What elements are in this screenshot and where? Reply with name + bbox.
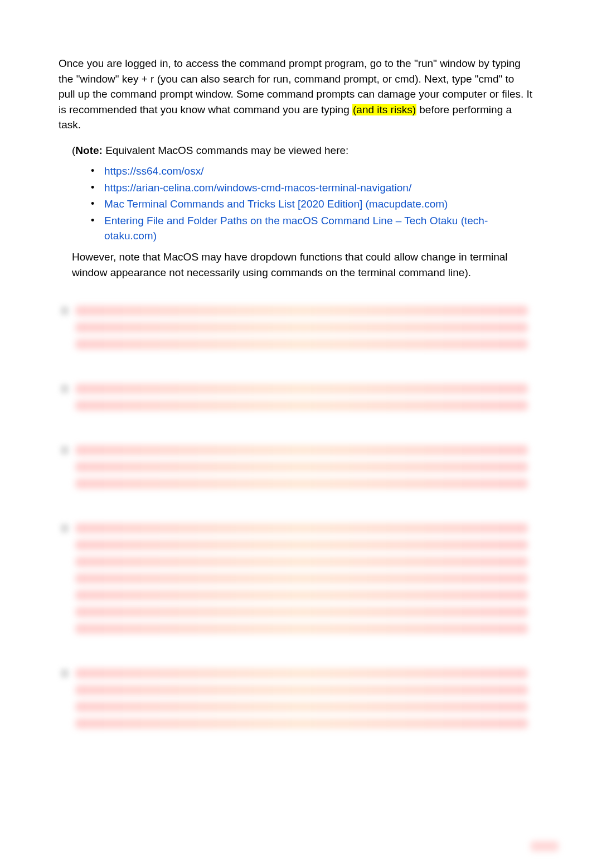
- blurred-text-line: [75, 445, 528, 455]
- note-label: Note:: [75, 144, 103, 156]
- blurred-text-line: [75, 702, 528, 712]
- intro-paragraph: Once you are logged in, to access the co…: [59, 56, 533, 133]
- note-line: (Note: Equivalent MacOS commands may be …: [72, 143, 533, 158]
- highlighted-text: (and its risks): [352, 104, 416, 115]
- list-item: Entering File and Folder Paths on the ma…: [91, 213, 533, 244]
- blurred-item: [75, 520, 533, 637]
- blurred-item: [75, 380, 533, 414]
- links-list: https://ss64.com/osx/ https://arian-celi…: [91, 163, 533, 244]
- blurred-content-list: [59, 302, 533, 732]
- blurred-number-marker: [61, 446, 69, 455]
- blurred-number-marker: [61, 306, 69, 315]
- blurred-item: [75, 302, 533, 353]
- list-item: https://arian-celina.com/windows-cmd-mac…: [91, 180, 533, 196]
- blurred-text-line: [75, 718, 528, 729]
- note-text: Equivalent MacOS commands may be viewed …: [103, 144, 348, 156]
- blurred-text-line: [75, 401, 528, 411]
- blurred-text-line: [75, 540, 528, 550]
- closing-paragraph: However, note that MacOS may have dropdo…: [72, 249, 533, 280]
- blurred-text-line: [75, 479, 528, 489]
- link-macupdate[interactable]: Mac Terminal Commands and Tricks List [2…: [104, 198, 448, 210]
- blurred-item: [75, 442, 533, 492]
- blurred-text-line: [75, 384, 528, 394]
- link-arian-celina[interactable]: https://arian-celina.com/windows-cmd-mac…: [104, 182, 411, 194]
- blurred-text-line: [75, 607, 528, 617]
- link-ss64[interactable]: https://ss64.com/osx/: [104, 165, 203, 177]
- blurred-text-line: [75, 624, 528, 634]
- blurred-text-line: [75, 590, 528, 600]
- blurred-number-marker: [61, 384, 69, 393]
- list-item: Mac Terminal Commands and Tricks List [2…: [91, 196, 533, 212]
- blurred-number-marker: [61, 524, 69, 533]
- blurred-number-marker: [61, 669, 69, 678]
- blurred-text-line: [75, 306, 528, 316]
- blurred-text-line: [75, 685, 528, 695]
- link-tech-otaku[interactable]: Entering File and Folder Paths on the ma…: [104, 215, 488, 242]
- blurred-item: [75, 665, 533, 732]
- blurred-text-line: [75, 462, 528, 472]
- blurred-text-line: [75, 668, 528, 678]
- blurred-text-line: [75, 339, 528, 349]
- list-item: https://ss64.com/osx/: [91, 163, 533, 179]
- blurred-text-line: [75, 557, 528, 567]
- blurred-text-line: [75, 573, 528, 584]
- blurred-text-line: [75, 523, 528, 533]
- blurred-text-line: [75, 322, 528, 332]
